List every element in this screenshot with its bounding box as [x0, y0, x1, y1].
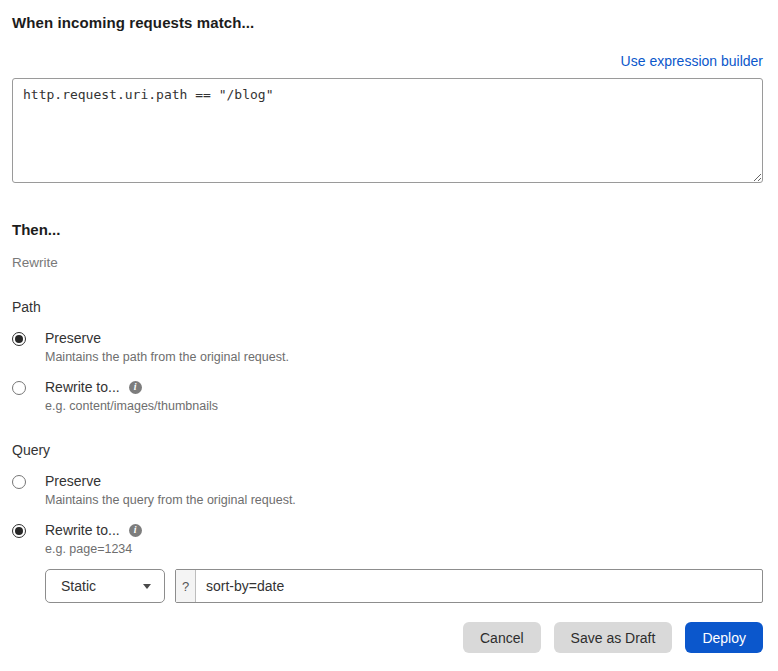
save-as-draft-button[interactable]: Save as Draft — [554, 622, 673, 653]
match-heading: When incoming requests match... — [12, 14, 763, 31]
query-rewrite-radio[interactable] — [12, 524, 26, 538]
query-section-label: Query — [12, 442, 763, 458]
value-type-selected: Static — [61, 578, 96, 594]
query-preserve-radio[interactable] — [12, 475, 26, 489]
deploy-button[interactable]: Deploy — [685, 622, 763, 653]
info-icon[interactable] — [129, 524, 142, 537]
path-rewrite-radio[interactable] — [12, 381, 26, 395]
query-preserve-description: Maintains the query from the original re… — [45, 493, 296, 507]
info-icon[interactable] — [129, 381, 142, 394]
path-rewrite-label: Rewrite to... — [45, 379, 120, 395]
rule-editor: When incoming requests match... Use expr… — [0, 14, 778, 603]
chevron-down-icon — [143, 584, 151, 589]
query-preserve-row: Preserve Maintains the query from the or… — [12, 473, 763, 507]
path-rewrite-row: Rewrite to... e.g. content/images/thumbn… — [12, 379, 763, 413]
then-heading: Then... — [12, 221, 763, 238]
path-preserve-label: Preserve — [45, 330, 289, 346]
path-preserve-description: Maintains the path from the original req… — [45, 350, 289, 364]
query-prefix-badge: ? — [176, 570, 196, 602]
query-rewrite-label: Rewrite to... — [45, 522, 120, 538]
footer-actions: Cancel Save as Draft Deploy — [463, 622, 763, 653]
path-section-label: Path — [12, 299, 763, 315]
query-rewrite-controls: Static ? — [45, 569, 763, 603]
builder-link-row: Use expression builder — [12, 52, 763, 70]
path-preserve-radio[interactable] — [12, 332, 26, 346]
path-rewrite-description: e.g. content/images/thumbnails — [45, 399, 218, 413]
query-preserve-label: Preserve — [45, 473, 296, 489]
query-value-group: ? — [175, 569, 763, 603]
use-expression-builder-link[interactable]: Use expression builder — [621, 53, 763, 69]
query-rewrite-row: Rewrite to... e.g. page=1234 — [12, 522, 763, 556]
expression-editor-textarea[interactable]: http.request.uri.path == "/blog" — [12, 78, 763, 183]
path-preserve-row: Preserve Maintains the path from the ori… — [12, 330, 763, 364]
cancel-button[interactable]: Cancel — [463, 622, 541, 653]
value-type-select[interactable]: Static — [45, 569, 165, 603]
query-value-input[interactable] — [196, 570, 762, 602]
query-rewrite-description: e.g. page=1234 — [45, 542, 142, 556]
action-label: Rewrite — [12, 255, 763, 270]
